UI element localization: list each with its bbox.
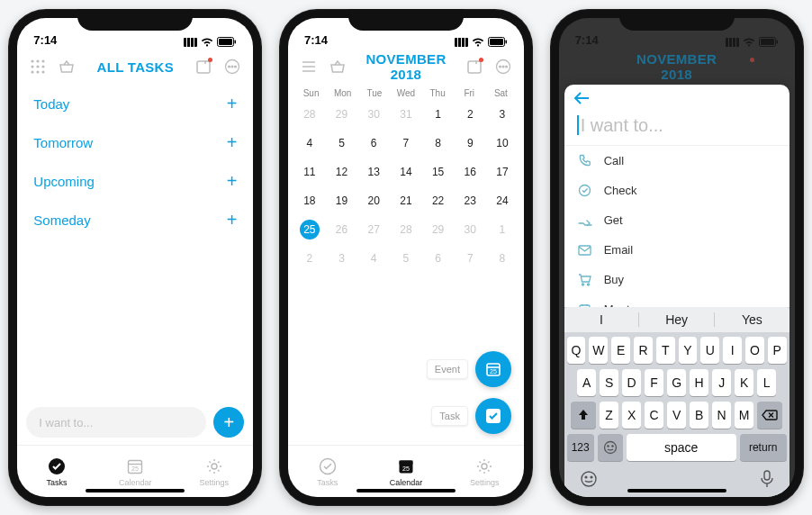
calendar-day[interactable]: 10 (486, 129, 519, 158)
home-indicator[interactable] (86, 489, 185, 492)
calendar-day[interactable]: 29 (422, 215, 455, 244)
suggestion-meet[interactable]: Meet (564, 294, 789, 307)
more-icon[interactable] (492, 55, 515, 78)
kbd-suggestion[interactable]: Yes (715, 312, 789, 327)
inbox-icon[interactable] (463, 55, 486, 78)
key-i[interactable]: I (723, 337, 742, 364)
back-button[interactable] (564, 85, 789, 112)
suggestion-email[interactable]: Email (564, 235, 789, 265)
suggestion-check[interactable]: Check (564, 176, 789, 205)
calendar-day[interactable]: 2 (293, 244, 326, 273)
key-v[interactable]: V (667, 402, 686, 429)
key-j[interactable]: J (712, 369, 731, 396)
calendar-day[interactable]: 13 (357, 158, 390, 186)
calendar-day[interactable]: 2 (454, 100, 486, 129)
tab-tasks[interactable]: Tasks (288, 446, 366, 497)
basket-icon[interactable] (326, 55, 349, 78)
mic-icon[interactable] (760, 470, 774, 492)
key-123[interactable]: 123 (567, 434, 594, 461)
calendar-day[interactable]: 5 (326, 129, 358, 158)
calendar-day[interactable]: 23 (454, 186, 486, 215)
grid-icon[interactable] (26, 55, 50, 78)
key-n[interactable]: N (712, 402, 731, 429)
calendar-day[interactable]: 28 (390, 215, 422, 244)
calendar-day[interactable]: 30 (454, 215, 486, 244)
calendar-day[interactable]: 1 (422, 100, 455, 129)
calendar-day[interactable]: 3 (326, 244, 358, 273)
kbd-suggestion[interactable]: I (564, 312, 640, 327)
key-y[interactable]: Y (679, 337, 698, 364)
key-d[interactable]: D (622, 369, 641, 396)
key-z[interactable]: Z (600, 402, 618, 429)
key-m[interactable]: M (735, 402, 753, 429)
calendar-day[interactable]: 4 (357, 244, 390, 273)
calendar-day[interactable]: 16 (454, 158, 486, 186)
calendar-day[interactable]: 1 (486, 215, 519, 244)
add-button[interactable]: + (213, 407, 244, 438)
calendar-day[interactable]: 31 (390, 100, 422, 129)
calendar-day[interactable]: 11 (293, 158, 326, 186)
calendar-day[interactable]: 27 (357, 215, 390, 244)
key-a[interactable]: A (577, 369, 596, 396)
calendar-day[interactable]: 17 (486, 158, 519, 186)
calendar-day[interactable]: 25 (293, 215, 326, 244)
key-f[interactable]: F (645, 369, 663, 396)
calendar-day[interactable]: 4 (293, 129, 326, 158)
kbd-suggestion[interactable]: Hey (639, 312, 715, 327)
calendar-day[interactable]: 6 (357, 129, 390, 158)
fab-task-button[interactable] (475, 398, 511, 434)
key-backspace[interactable] (757, 402, 782, 429)
task-category[interactable]: Someday+ (17, 201, 253, 239)
task-category[interactable]: Today+ (17, 85, 253, 123)
add-icon[interactable]: + (227, 171, 238, 192)
calendar-day[interactable]: 28 (293, 100, 326, 129)
emoji-icon[interactable] (580, 470, 598, 492)
calendar-day[interactable]: 7 (390, 129, 422, 158)
calendar-day[interactable]: 30 (357, 100, 390, 129)
calendar-day[interactable]: 6 (422, 244, 455, 273)
calendar-day[interactable]: 7 (454, 244, 486, 273)
more-icon[interactable] (221, 55, 244, 78)
key-q[interactable]: Q (567, 337, 586, 364)
calendar-day[interactable]: 21 (390, 186, 422, 215)
key-emoji[interactable] (598, 434, 623, 461)
task-category[interactable]: Upcoming+ (17, 162, 253, 201)
calendar-day[interactable]: 18 (293, 186, 326, 215)
page-title[interactable]: NOVEMBER 2018 (355, 51, 457, 82)
key-r[interactable]: R (634, 337, 653, 364)
calendar-day[interactable]: 15 (422, 158, 455, 186)
calendar-day[interactable]: 19 (326, 186, 358, 215)
calendar-day[interactable]: 9 (454, 129, 486, 158)
key-shift[interactable] (571, 402, 596, 429)
calendar-day[interactable]: 12 (326, 158, 358, 186)
key-u[interactable]: U (700, 337, 719, 364)
home-indicator[interactable] (627, 489, 726, 492)
key-h[interactable]: H (690, 369, 708, 396)
key-c[interactable]: C (645, 402, 663, 429)
key-k[interactable]: K (735, 369, 753, 396)
quick-add-input[interactable]: I want to... (26, 407, 206, 438)
tab-tasks[interactable]: Tasks (17, 446, 95, 497)
key-return[interactable]: return (740, 434, 787, 461)
key-space[interactable]: space (627, 434, 736, 461)
suggestion-get[interactable]: Get (564, 205, 789, 235)
key-p[interactable]: P (768, 337, 787, 364)
calendar-day[interactable]: 3 (486, 100, 519, 129)
key-g[interactable]: G (667, 369, 686, 396)
key-o[interactable]: O (745, 337, 764, 364)
calendar-day[interactable]: 20 (357, 186, 390, 215)
task-category[interactable]: Tomorrow+ (17, 123, 253, 162)
key-b[interactable]: B (690, 402, 708, 429)
add-icon[interactable]: + (227, 94, 238, 114)
key-l[interactable]: L (757, 369, 776, 396)
key-w[interactable]: W (589, 337, 608, 364)
calendar-day[interactable]: 8 (422, 129, 455, 158)
key-x[interactable]: X (622, 402, 641, 429)
fab-event-button[interactable]: 25 (475, 351, 511, 387)
key-t[interactable]: T (656, 337, 675, 364)
key-s[interactable]: S (600, 369, 618, 396)
calendar-day[interactable]: 5 (390, 244, 422, 273)
tab-settings[interactable]: Settings (446, 446, 524, 497)
calendar-day[interactable]: 29 (326, 100, 358, 129)
home-indicator[interactable] (356, 489, 456, 492)
